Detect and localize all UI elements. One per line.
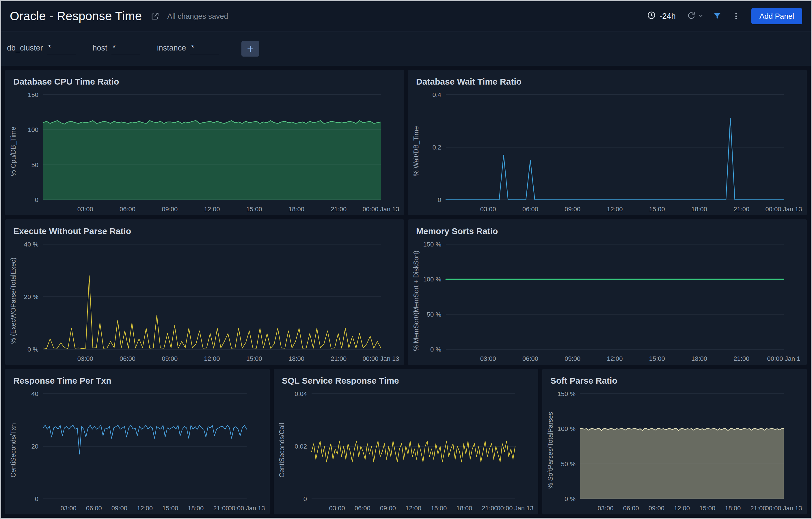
svg-text:20: 20 xyxy=(31,443,38,450)
svg-text:40 %: 40 % xyxy=(24,241,38,248)
svg-text:21:00: 21:00 xyxy=(213,505,229,512)
svg-text:09:00: 09:00 xyxy=(648,505,664,512)
refresh-icon xyxy=(687,11,696,21)
time-range-button[interactable]: -24h xyxy=(647,11,676,22)
svg-text:150 %: 150 % xyxy=(423,241,441,248)
panel-soft-parse-ratio: Soft Parse Ratio % SoftParses/TotalParse… xyxy=(542,369,807,514)
svg-text:12:00: 12:00 xyxy=(607,355,622,362)
svg-text:06:00: 06:00 xyxy=(86,505,102,512)
svg-text:12:00: 12:00 xyxy=(405,505,421,512)
svg-text:18:00: 18:00 xyxy=(188,505,204,512)
filter-label: instance xyxy=(157,43,186,54)
svg-text:18:00: 18:00 xyxy=(725,505,741,512)
svg-text:12:00: 12:00 xyxy=(137,505,153,512)
y-axis-label: CentiSeconds/Call xyxy=(278,423,286,478)
svg-text:09:00: 09:00 xyxy=(380,505,396,512)
y-axis-label: % SoftParses/TotalParses xyxy=(546,412,555,489)
svg-text:0: 0 xyxy=(35,495,38,502)
panel-sql-service-response-time: SQL Service Response Time CentiSeconds/C… xyxy=(274,369,538,514)
page-title: Oracle - Response Time xyxy=(10,9,142,23)
svg-text:00:00 Jan 13: 00:00 Jan 13 xyxy=(228,505,265,512)
svg-text:09:00: 09:00 xyxy=(564,355,580,362)
svg-text:18:00: 18:00 xyxy=(456,505,472,512)
response-time-per-txn-chart[interactable]: 0204003:0006:0009:0012:0015:0018:0021:00… xyxy=(18,387,268,513)
svg-text:06:00: 06:00 xyxy=(522,206,538,213)
svg-text:15:00: 15:00 xyxy=(246,206,262,213)
share-icon[interactable] xyxy=(150,11,160,21)
svg-text:00:00 Jan 13: 00:00 Jan 13 xyxy=(765,206,802,213)
svg-text:21:00: 21:00 xyxy=(330,355,347,362)
svg-text:06:00: 06:00 xyxy=(355,505,371,512)
svg-text:15:00: 15:00 xyxy=(649,206,665,213)
svg-text:18:00: 18:00 xyxy=(288,355,304,362)
sql-service-response-time-chart[interactable]: 00.020.0403:0006:0009:0012:0015:0018:002… xyxy=(286,387,536,513)
svg-text:12:00: 12:00 xyxy=(607,206,622,213)
svg-text:0 %: 0 % xyxy=(430,346,441,353)
filter-instance-input[interactable] xyxy=(190,43,219,54)
svg-text:15:00: 15:00 xyxy=(649,355,665,362)
svg-text:00:00 Jan 13: 00:00 Jan 13 xyxy=(497,505,533,512)
svg-text:03:00: 03:00 xyxy=(598,505,613,512)
svg-text:15:00: 15:00 xyxy=(246,355,262,362)
saved-status: All changes saved xyxy=(167,12,228,21)
dashboard-root: Oracle - Response Time All changes saved… xyxy=(0,0,812,519)
svg-text:50 %: 50 % xyxy=(427,311,441,318)
kebab-menu-icon[interactable] xyxy=(732,12,741,21)
svg-text:09:00: 09:00 xyxy=(162,206,178,213)
panel-memory-sorts-ratio: Memory Sorts Ratio % MemSort/(MemSort + … xyxy=(408,219,807,365)
svg-text:0.2: 0.2 xyxy=(432,144,441,151)
svg-text:15:00: 15:00 xyxy=(431,505,447,512)
svg-text:0.4: 0.4 xyxy=(432,91,441,98)
svg-text:100: 100 xyxy=(28,126,38,133)
svg-text:40: 40 xyxy=(31,390,38,397)
panel-database-wait-time-ratio: Database Wait Time Ratio % Wait/DB_Time … xyxy=(408,70,807,215)
svg-text:21:00: 21:00 xyxy=(482,505,497,512)
svg-text:00:00 Jan 13: 00:00 Jan 13 xyxy=(765,505,802,512)
filter-db-cluster-input[interactable] xyxy=(47,43,76,54)
svg-text:21:00: 21:00 xyxy=(733,355,749,362)
y-axis-label: % Cpu/DB_Time xyxy=(9,127,18,176)
panel-title: SQL Service Response Time xyxy=(274,369,538,387)
panel-title: Memory Sorts Ratio xyxy=(408,219,807,238)
svg-text:0: 0 xyxy=(303,495,307,502)
svg-text:0: 0 xyxy=(438,196,441,204)
svg-text:0.04: 0.04 xyxy=(294,390,307,397)
panel-database-cpu-time-ratio: Database CPU Time Ratio % Cpu/DB_Time 05… xyxy=(5,70,404,215)
memory-sorts-ratio-chart[interactable]: 0 %50 %100 %150 %03:0006:0009:0012:0015:… xyxy=(420,238,805,364)
refresh-button[interactable] xyxy=(687,11,704,21)
y-axis-label: % Wait/DB_Time xyxy=(412,126,420,176)
filter-instance: instance xyxy=(157,43,219,54)
clock-icon xyxy=(647,11,656,22)
soft-parse-ratio-chart[interactable]: 0 %50 %100 %150 %03:0006:0009:0012:0015:… xyxy=(555,387,805,513)
time-range-label: -24h xyxy=(660,11,676,21)
svg-text:06:00: 06:00 xyxy=(120,355,136,362)
svg-text:06:00: 06:00 xyxy=(522,355,538,362)
panel-grid: Database CPU Time Ratio % Cpu/DB_Time 05… xyxy=(1,66,811,518)
cpu-time-ratio-chart[interactable]: 05010015003:0006:0009:0012:0015:0018:002… xyxy=(18,88,402,214)
svg-text:03:00: 03:00 xyxy=(329,505,345,512)
svg-text:150: 150 xyxy=(28,91,38,98)
chevron-down-icon xyxy=(698,12,704,20)
filter-host-input[interactable] xyxy=(112,43,140,54)
wait-time-ratio-chart[interactable]: 00.20.403:0006:0009:0012:0015:0018:0021:… xyxy=(420,88,805,214)
filter-funnel-icon[interactable] xyxy=(713,11,722,21)
svg-text:12:00: 12:00 xyxy=(204,355,220,362)
execute-without-parse-chart[interactable]: 0 %20 %40 %03:0006:0009:0012:0015:0018:0… xyxy=(18,238,402,364)
y-axis-label: % MemSort/(MemSort + DiskSort) xyxy=(412,250,420,351)
panel-title: Database CPU Time Ratio xyxy=(5,70,404,88)
filter-label: db_cluster xyxy=(7,43,43,54)
add-panel-button[interactable]: Add Panel xyxy=(751,8,802,24)
svg-text:15:00: 15:00 xyxy=(699,505,715,512)
svg-text:09:00: 09:00 xyxy=(564,206,580,213)
svg-text:03:00: 03:00 xyxy=(77,206,93,213)
svg-text:00:00 Jan 13: 00:00 Jan 13 xyxy=(362,206,399,213)
plus-icon: + xyxy=(247,43,254,55)
svg-text:03:00: 03:00 xyxy=(480,355,496,362)
panel-title: Database Wait Time Ratio xyxy=(408,70,807,88)
svg-text:00:00 Jan 13: 00:00 Jan 13 xyxy=(362,355,399,362)
filter-label: host xyxy=(93,43,108,54)
add-filter-button[interactable]: + xyxy=(241,41,259,57)
svg-text:21:00: 21:00 xyxy=(330,206,347,213)
panel-execute-without-parse-ratio: Execute Without Parse Ratio % (ExecWOPar… xyxy=(5,219,404,365)
svg-text:03:00: 03:00 xyxy=(480,206,496,213)
